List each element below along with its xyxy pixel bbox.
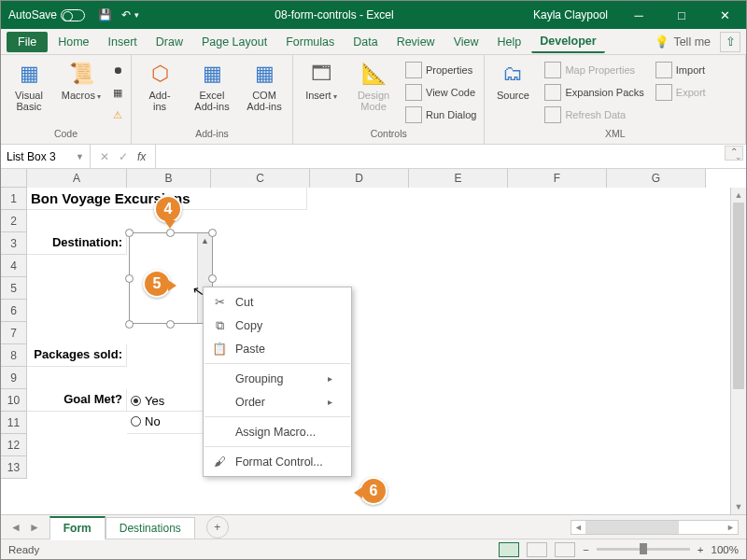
resize-handle-n[interactable]: [166, 229, 175, 237]
resize-handle-s[interactable]: [166, 320, 175, 329]
tab-view[interactable]: View: [445, 32, 487, 52]
select-all-corner[interactable]: [1, 169, 27, 188]
use-relative-refs-button[interactable]: ▦: [111, 82, 125, 103]
expansion-packs-button[interactable]: Expansion Packs: [543, 82, 645, 103]
tab-page-layout[interactable]: Page Layout: [193, 32, 275, 52]
view-page-layout-button[interactable]: [527, 542, 547, 557]
resize-handle-nw[interactable]: [125, 229, 134, 237]
redo-dropdown-icon[interactable]: ▾: [134, 10, 139, 20]
sheet-tab-destinations[interactable]: Destinations: [106, 517, 195, 539]
properties-button[interactable]: Properties: [403, 60, 478, 80]
menu-paste[interactable]: 📋Paste: [204, 337, 351, 360]
save-icon[interactable]: 💾: [98, 8, 112, 21]
excel-addins-button[interactable]: ▦ Excel Add-ins: [190, 58, 234, 112]
tab-review[interactable]: Review: [388, 32, 444, 52]
radio-no[interactable]: No: [131, 414, 161, 428]
col-head-a[interactable]: A: [27, 169, 127, 188]
row-head-5[interactable]: 5: [1, 277, 27, 300]
share-button[interactable]: ⇧: [720, 32, 740, 52]
col-head-d[interactable]: D: [310, 169, 409, 188]
source-button[interactable]: 🗂 Source: [490, 58, 535, 101]
row-head-10[interactable]: 10: [1, 389, 27, 412]
formula-input[interactable]: ⌄: [155, 145, 746, 168]
macros-button[interactable]: 📜 Macros: [59, 58, 104, 102]
zoom-level[interactable]: 100%: [712, 544, 739, 555]
menu-grouping[interactable]: Grouping: [204, 367, 351, 390]
fx-icon[interactable]: fx: [137, 150, 146, 163]
row-head-2[interactable]: 2: [1, 210, 27, 232]
menu-assign-macro[interactable]: Assign Macro...: [204, 420, 351, 443]
col-head-e[interactable]: E: [409, 169, 508, 188]
minimize-button[interactable]: ─: [617, 1, 660, 29]
tab-help[interactable]: Help: [489, 32, 530, 52]
tab-file[interactable]: File: [7, 32, 48, 52]
visual-basic-button[interactable]: ▦ Visual Basic: [7, 58, 51, 112]
add-sheet-button[interactable]: +: [206, 516, 229, 539]
zoom-in-button[interactable]: +: [698, 544, 704, 555]
tab-data[interactable]: Data: [345, 32, 386, 52]
row-head-3[interactable]: 3: [1, 232, 27, 255]
cell-b10[interactable]: Yes: [127, 389, 211, 412]
row-head-7[interactable]: 7: [1, 322, 27, 344]
name-box-dropdown-icon[interactable]: ▼: [76, 152, 84, 161]
resize-handle-w[interactable]: [125, 274, 134, 283]
import-button[interactable]: Import: [654, 60, 708, 80]
col-head-b[interactable]: B: [127, 169, 211, 188]
autosave-toggle[interactable]: AutoSave: [1, 8, 92, 21]
com-addins-button[interactable]: ▦ COM Add-ins: [242, 58, 287, 112]
row-head-11[interactable]: 11: [1, 412, 27, 434]
listbox-control[interactable]: ▲ ▼: [129, 232, 213, 324]
chevron-left-icon[interactable]: ◄: [10, 521, 21, 534]
col-head-c[interactable]: C: [211, 169, 310, 188]
col-head-f[interactable]: F: [508, 169, 607, 188]
run-dialog-button[interactable]: Run Dialog: [403, 105, 478, 125]
vertical-scrollbar[interactable]: ▲ ▼: [730, 188, 746, 514]
tab-developer[interactable]: Developer: [531, 31, 604, 53]
menu-format-control[interactable]: 🖌Format Control...: [204, 450, 351, 473]
cell-b11[interactable]: No: [127, 412, 211, 434]
design-mode-button[interactable]: 📐 Design Mode: [351, 58, 396, 112]
undo-icon[interactable]: ↶: [121, 8, 131, 21]
macro-security-button[interactable]: ⚠: [111, 105, 125, 125]
resize-handle-e[interactable]: [208, 274, 217, 283]
row-head-6[interactable]: 6: [1, 300, 27, 322]
zoom-slider-knob[interactable]: [640, 543, 647, 554]
addins-button[interactable]: ⬡ Add- ins: [137, 58, 182, 112]
chevron-right-icon[interactable]: ►: [29, 521, 40, 534]
close-button[interactable]: ✕: [703, 1, 746, 29]
sheet-nav[interactable]: ◄►: [1, 521, 49, 534]
menu-order[interactable]: Order: [204, 390, 351, 413]
sheet-tab-form[interactable]: Form: [49, 516, 106, 540]
resize-handle-ne[interactable]: [208, 229, 217, 237]
menu-copy[interactable]: ⧉Copy: [204, 314, 351, 337]
row-head-13[interactable]: 13: [1, 456, 27, 479]
row-head-4[interactable]: 4: [1, 255, 27, 277]
zoom-out-button[interactable]: −: [583, 544, 589, 555]
view-code-button[interactable]: View Code: [403, 82, 478, 103]
worksheet[interactable]: A B C D E F G 1 2 3 4 5 6 7 8 9 10 11 12…: [1, 169, 746, 514]
expand-formula-bar-icon[interactable]: ⌄: [735, 152, 742, 161]
scroll-down-arrow-icon[interactable]: ▼: [731, 499, 746, 514]
scroll-up-arrow-icon[interactable]: ▲: [731, 188, 746, 203]
tab-formulas[interactable]: Formulas: [277, 32, 343, 52]
tab-insert[interactable]: Insert: [100, 32, 146, 52]
menu-cut[interactable]: ✂Cut: [204, 290, 351, 314]
name-box[interactable]: List Box 3 ▼: [1, 145, 91, 168]
tab-home[interactable]: Home: [49, 32, 97, 52]
tab-draw[interactable]: Draw: [148, 32, 191, 52]
scrollbar-thumb[interactable]: [733, 203, 744, 389]
maximize-button[interactable]: □: [660, 1, 703, 29]
row-head-12[interactable]: 12: [1, 434, 27, 456]
zoom-slider[interactable]: [597, 548, 690, 551]
row-head-9[interactable]: 9: [1, 367, 27, 389]
cell-a8[interactable]: Packages sold:: [27, 344, 127, 367]
col-head-g[interactable]: G: [607, 169, 706, 188]
horizontal-scrollbar[interactable]: ◄►: [571, 520, 739, 535]
tell-me[interactable]: 💡 Tell me: [655, 35, 711, 49]
record-macro-button[interactable]: ⏺: [111, 60, 125, 80]
row-head-8[interactable]: 8: [1, 344, 27, 367]
resize-handle-sw[interactable]: [125, 320, 134, 329]
row-head-1[interactable]: 1: [1, 188, 27, 210]
hscroll-thumb[interactable]: [585, 521, 679, 534]
radio-yes[interactable]: Yes: [131, 394, 164, 408]
